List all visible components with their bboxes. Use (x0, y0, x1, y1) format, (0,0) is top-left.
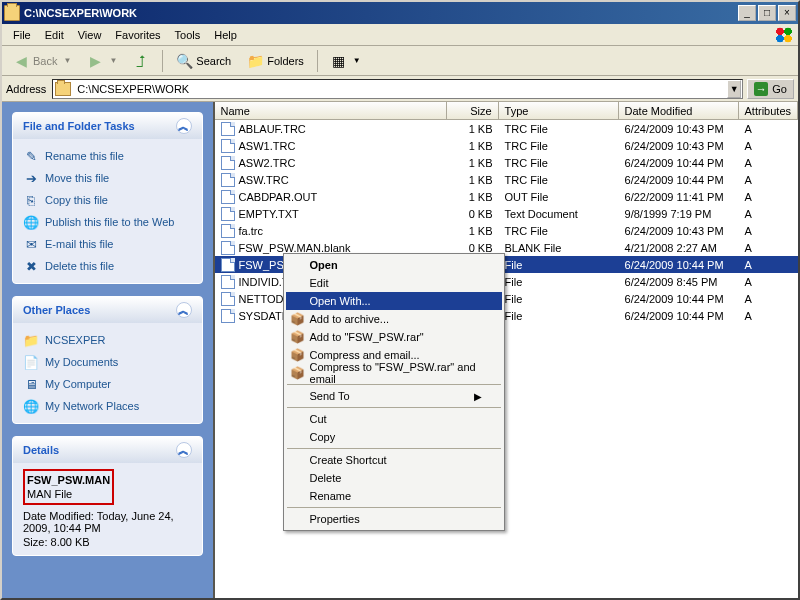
chevron-up-icon[interactable]: ︽ (176, 118, 192, 134)
ctx-add-archive[interactable]: 📦 Add to archive... (286, 310, 502, 328)
ctx-open[interactable]: Open (286, 256, 502, 274)
up-button[interactable]: ⮥ (126, 50, 156, 72)
views-button[interactable]: ▦ ▼ (324, 50, 368, 72)
chevron-up-icon[interactable]: ︽ (176, 302, 192, 318)
file-row[interactable]: EMPTY.TXT0 KBText Document9/8/1999 7:19 … (215, 205, 798, 222)
file-name: EMPTY.TXT (239, 208, 299, 220)
file-type: BLANK File (499, 242, 619, 254)
place-link[interactable]: 🌐My Network Places (23, 395, 192, 417)
menu-tools[interactable]: Tools (168, 27, 208, 43)
col-size[interactable]: Size (447, 102, 499, 119)
file-name: FSW_PSW.MAN.blank (239, 242, 351, 254)
col-attr[interactable]: Attributes (739, 102, 798, 119)
submenu-arrow-icon: ▶ (474, 391, 482, 402)
ctx-properties[interactable]: Properties (286, 510, 502, 528)
title-bar[interactable]: C:\NCSEXPER\WORK _ □ × (2, 2, 798, 24)
file-attr: A (739, 276, 798, 288)
forward-icon: ▶ (87, 53, 103, 69)
file-name: ASW2.TRC (239, 157, 296, 169)
context-menu: Open Edit Open With... 📦 Add to archive.… (283, 253, 505, 531)
file-date: 4/21/2008 2:27 AM (619, 242, 739, 254)
file-row[interactable]: ABLAUF.TRC1 KBTRC File6/24/2009 10:43 PM… (215, 120, 798, 137)
forward-button[interactable]: ▶ ▼ (80, 50, 124, 72)
file-row[interactable]: ASW.TRC1 KBTRC File6/24/2009 10:44 PMA (215, 171, 798, 188)
file-icon (221, 292, 235, 306)
details-modified: Date Modified: Today, June 24, 2009, 10:… (23, 509, 192, 535)
back-icon: ◀ (13, 53, 29, 69)
file-date: 6/24/2009 10:43 PM (619, 225, 739, 237)
file-attr: A (739, 157, 798, 169)
file-size: 1 KB (447, 191, 499, 203)
task-label: Move this file (45, 172, 109, 184)
file-attr: A (739, 310, 798, 322)
menu-view[interactable]: View (71, 27, 109, 43)
go-button[interactable]: Go (747, 79, 794, 99)
col-type[interactable]: Type (499, 102, 619, 119)
windows-flag-icon (774, 26, 794, 44)
menu-favorites[interactable]: Favorites (108, 27, 167, 43)
file-row[interactable]: ASW1.TRC1 KBTRC File6/24/2009 10:43 PMA (215, 137, 798, 154)
search-button[interactable]: 🔍 Search (169, 50, 238, 72)
ctx-copy[interactable]: Copy (286, 428, 502, 446)
place-link[interactable]: 📁NCSEXPER (23, 329, 192, 351)
chevron-down-icon[interactable]: ▼ (727, 80, 741, 98)
task-link[interactable]: ✎Rename this file (23, 145, 192, 167)
details-panel: Details ︽ FSW_PSW.MAN MAN File Date Modi… (12, 436, 203, 556)
panel-header[interactable]: File and Folder Tasks ︽ (13, 113, 202, 139)
task-link[interactable]: ➔Move this file (23, 167, 192, 189)
file-row[interactable]: ASW2.TRC1 KBTRC File6/24/2009 10:44 PMA (215, 154, 798, 171)
task-label: E-mail this file (45, 238, 113, 250)
file-icon (221, 122, 235, 136)
ctx-add-rar[interactable]: 📦 Add to "FSW_PSW.rar" (286, 328, 502, 346)
ctx-edit[interactable]: Edit (286, 274, 502, 292)
ctx-rename[interactable]: Rename (286, 487, 502, 505)
panel-header[interactable]: Details ︽ (13, 437, 202, 463)
place-label: My Documents (45, 356, 118, 368)
menu-file[interactable]: File (6, 27, 38, 43)
close-button[interactable]: × (778, 5, 796, 21)
col-date[interactable]: Date Modified (619, 102, 739, 119)
menu-edit[interactable]: Edit (38, 27, 71, 43)
folders-icon: 📁 (247, 53, 263, 69)
toolbar: ◀ Back ▼ ▶ ▼ ⮥ 🔍 Search 📁 Folders ▦ ▼ (2, 46, 798, 76)
file-row[interactable]: fa.trc1 KBTRC File6/24/2009 10:43 PMA (215, 222, 798, 239)
back-button[interactable]: ◀ Back ▼ (6, 50, 78, 72)
ctx-delete[interactable]: Delete (286, 469, 502, 487)
file-icon (221, 309, 235, 323)
panel-header[interactable]: Other Places ︽ (13, 297, 202, 323)
ctx-create-shortcut[interactable]: Create Shortcut (286, 451, 502, 469)
file-icon (221, 156, 235, 170)
task-link[interactable]: ✖Delete this file (23, 255, 192, 277)
ctx-open-with[interactable]: Open With... (286, 292, 502, 310)
file-type: File (499, 276, 619, 288)
task-label: Delete this file (45, 260, 114, 272)
file-name: ASW1.TRC (239, 140, 296, 152)
maximize-button[interactable]: □ (758, 5, 776, 21)
file-size: 0 KB (447, 242, 499, 254)
details-filename: FSW_PSW.MAN (27, 473, 110, 487)
menu-help[interactable]: Help (207, 27, 244, 43)
address-input[interactable] (75, 81, 727, 97)
ctx-compress-rar-email[interactable]: 📦 Compress to "FSW_PSW.rar" and email (286, 364, 502, 382)
file-attr: A (739, 293, 798, 305)
folders-button[interactable]: 📁 Folders (240, 50, 311, 72)
place-link[interactable]: 📄My Documents (23, 351, 192, 373)
ctx-send-to[interactable]: Send To▶ (286, 387, 502, 405)
chevron-down-icon: ▼ (353, 56, 361, 65)
task-link[interactable]: 🌐Publish this file to the Web (23, 211, 192, 233)
task-link[interactable]: ✉E-mail this file (23, 233, 192, 255)
place-link[interactable]: 🖥My Computer (23, 373, 192, 395)
file-icon (221, 139, 235, 153)
col-name[interactable]: Name (215, 102, 447, 119)
file-row[interactable]: CABDPAR.OUT1 KBOUT File6/22/2009 11:41 P… (215, 188, 798, 205)
task-link[interactable]: ⎘Copy this file (23, 189, 192, 211)
minimize-button[interactable]: _ (738, 5, 756, 21)
file-type: TRC File (499, 174, 619, 186)
file-type: TRC File (499, 123, 619, 135)
file-type: TRC File (499, 140, 619, 152)
place-label: My Network Places (45, 400, 139, 412)
chevron-up-icon[interactable]: ︽ (176, 442, 192, 458)
address-combo[interactable]: ▼ (52, 79, 743, 99)
file-icon (221, 224, 235, 238)
ctx-cut[interactable]: Cut (286, 410, 502, 428)
